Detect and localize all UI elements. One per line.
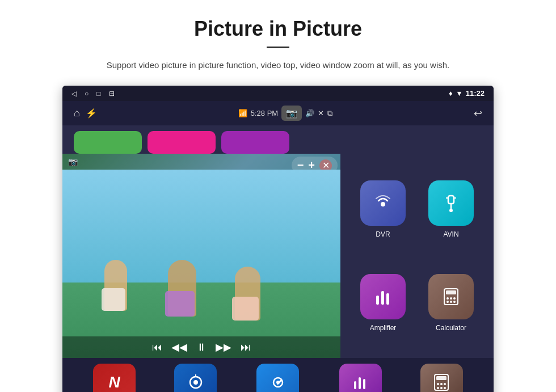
top-app-btn-1[interactable]	[74, 131, 142, 154]
svg-point-32	[440, 387, 443, 389]
play-pause-icon[interactable]: ⏸	[196, 342, 207, 353]
svg-rect-7	[381, 291, 384, 305]
svg-rect-27	[436, 376, 447, 380]
svg-point-14	[447, 301, 449, 303]
rewind-icon[interactable]: ◀◀	[171, 341, 187, 353]
shirt-1	[102, 288, 125, 311]
svg-point-15	[450, 301, 452, 303]
svg-point-11	[447, 297, 449, 300]
app-netflix[interactable]: N Netflix	[93, 364, 136, 392]
skip-forward-icon[interactable]: ⏭	[241, 342, 251, 353]
nav-usb-icon: ⚡	[86, 108, 97, 119]
svg-point-3	[449, 209, 453, 212]
svg-rect-24	[359, 377, 361, 389]
svg-point-13	[453, 297, 456, 300]
app-calculator-bottom[interactable]: Calculator	[420, 364, 463, 392]
video-top-bar: 📷 − + ✕	[62, 154, 340, 170]
shirt-2	[165, 291, 195, 317]
svg-point-28	[437, 383, 439, 385]
svg-point-12	[450, 297, 452, 300]
top-app-btn-3[interactable]	[221, 131, 289, 154]
page-title: Picture in Picture	[194, 17, 362, 41]
calculator-bottom-icon	[420, 364, 463, 392]
calculator-icon	[428, 274, 474, 319]
svg-point-30	[444, 383, 446, 385]
page-subtitle: Support video picture in picture functio…	[107, 58, 449, 72]
wifi-icon: 📶	[238, 109, 247, 117]
wheelkey-app-icon	[256, 364, 299, 392]
bottom-apps-row: N Netflix SiriusXM	[62, 358, 494, 392]
svg-rect-10	[446, 290, 456, 294]
status-left-icons: ◁ ○ □ ⊟	[71, 90, 115, 98]
top-app-btn-2[interactable]	[148, 131, 216, 154]
avin-label: AVIN	[443, 230, 458, 238]
video-people-area	[62, 170, 340, 358]
app-calculator[interactable]: Calculator	[417, 256, 485, 349]
nav-bar: ⌂ ⚡ 📶 5:28 PM 📷 🔊 ✕ ⧉ ↩	[62, 101, 494, 125]
svg-rect-8	[386, 293, 389, 305]
siriusxm-app-icon	[174, 364, 217, 392]
calculator-label: Calculator	[436, 324, 466, 332]
avin-icon	[428, 180, 474, 226]
apps-grid: DVR AVIN	[340, 154, 494, 358]
svg-point-16	[453, 301, 456, 303]
camera-button[interactable]: 📷	[281, 106, 302, 121]
top-apps-row	[62, 125, 494, 154]
amplifier-bottom-icon	[339, 364, 382, 392]
video-scene: 📷 − + ✕	[62, 154, 340, 358]
fast-forward-icon[interactable]: ▶▶	[216, 341, 231, 353]
app-amplifier[interactable]: Amplifier	[349, 256, 417, 349]
netflix-app-icon: N	[93, 364, 136, 392]
svg-point-18	[193, 380, 198, 385]
nav-left: ⌂ ⚡	[74, 107, 97, 119]
main-content: 📷 − + ✕	[62, 154, 494, 358]
video-controls-bar: ⏮ ◀◀ ⏸ ▶▶ ⏭	[62, 336, 340, 358]
volume-icon[interactable]: 🔊	[305, 109, 314, 117]
back-nav-icon[interactable]: ↩	[474, 107, 482, 120]
svg-rect-6	[376, 296, 379, 305]
svg-point-29	[440, 383, 443, 385]
svg-rect-23	[354, 381, 356, 389]
app-dvr[interactable]: DVR	[349, 162, 417, 256]
svg-rect-25	[363, 379, 365, 389]
svg-point-31	[437, 387, 439, 389]
svg-rect-1	[448, 196, 454, 204]
shirt-3	[232, 297, 259, 321]
svg-point-0	[381, 202, 385, 206]
nav-time: 5:28 PM	[251, 109, 278, 117]
app-avin[interactable]: AVIN	[417, 162, 485, 256]
title-divider	[267, 47, 289, 48]
skip-back-icon[interactable]: ⏮	[152, 342, 162, 353]
amplifier-label: Amplifier	[370, 324, 397, 332]
svg-point-33	[444, 387, 446, 389]
status-right-icons: ♦ ▾ 11:22	[449, 89, 485, 98]
status-bar: ◁ ○ □ ⊟ ♦ ▾ 11:22	[62, 86, 494, 101]
close-icon[interactable]: ✕	[318, 109, 324, 117]
video-pip-window[interactable]: 📷 − + ✕	[62, 154, 340, 358]
nav-center: 📶 5:28 PM 📷 🔊 ✕ ⧉	[238, 106, 332, 121]
app-wheelkey[interactable]: Wheelkey Study	[255, 364, 300, 392]
back-icon: ◁	[71, 90, 77, 98]
app-siriusxm[interactable]: SiriusXM	[174, 364, 217, 392]
dvr-icon	[360, 180, 406, 226]
dvr-label: DVR	[376, 230, 390, 238]
home-icon: ○	[85, 90, 89, 98]
signal-icon: ▾	[457, 89, 461, 98]
status-time: 11:22	[466, 89, 485, 98]
window-icon[interactable]: ⧉	[327, 109, 332, 118]
location-icon: ♦	[449, 89, 453, 98]
video-camera-icon: 📷	[68, 157, 78, 166]
amplifier-icon	[360, 274, 406, 319]
android-screen: ◁ ○ □ ⊟ ♦ ▾ 11:22 ⌂ ⚡ 📶 5:28 PM 📷 🔊 ✕ ⧉ …	[62, 86, 494, 392]
recent-icon: □	[96, 90, 100, 98]
menu-icon: ⊟	[109, 90, 115, 98]
app-amplifier-bottom[interactable]: Amplifier	[339, 364, 382, 392]
nav-right: ↩	[474, 107, 482, 120]
nav-home-icon[interactable]: ⌂	[74, 107, 80, 119]
